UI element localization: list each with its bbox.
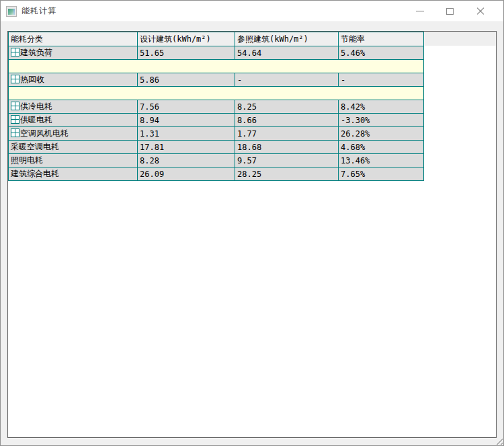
cell-reference: 9.57 [235, 154, 339, 168]
cell-saving: 5.46% [339, 46, 424, 60]
row-label-cell: 供暖电耗 [9, 114, 138, 127]
row-label: 照明电耗 [11, 155, 43, 165]
cell-design: 26.09 [138, 168, 235, 181]
cell-reference: 8.25 [235, 100, 339, 114]
table-row[interactable]: 空调风机电耗 1.31 1.77 26.28% [9, 127, 424, 141]
cell-design: 1.31 [138, 127, 235, 141]
content-panel: 能耗分类 设计建筑(kWh/m²) 参照建筑(kWh/m²) 节能率 建筑负荷 … [7, 31, 497, 438]
col-header-saving: 节能率 [339, 32, 424, 46]
cell-reference: - [235, 73, 339, 87]
row-label-cell: 采暖空调电耗 [9, 141, 138, 154]
expand-icon[interactable] [11, 102, 19, 110]
energy-table: 能耗分类 设计建筑(kWh/m²) 参照建筑(kWh/m²) 节能率 建筑负荷 … [8, 32, 424, 181]
cell-saving: -3.30% [339, 114, 424, 127]
expand-icon[interactable] [11, 48, 19, 57]
header-extension [423, 32, 496, 46]
row-label-cell: 供冷电耗 [9, 100, 138, 114]
cell-design: 5.86 [138, 73, 235, 87]
row-label-cell: 建筑负荷 [9, 46, 138, 60]
window-controls [405, 1, 495, 22]
row-label: 空调风机电耗 [20, 128, 69, 138]
cell-saving: 13.46% [339, 154, 424, 168]
close-icon [476, 7, 485, 16]
expand-icon[interactable] [11, 128, 19, 137]
col-header-reference: 参照建筑(kWh/m²) [235, 32, 339, 46]
cell-reference: 54.64 [235, 46, 339, 60]
table-row[interactable]: 建筑负荷 51.65 54.64 5.46% [9, 46, 424, 60]
cell-reference: 1.77 [235, 127, 339, 141]
header-row: 能耗分类 设计建筑(kWh/m²) 参照建筑(kWh/m²) 节能率 [9, 32, 424, 46]
cell-reference: 18.68 [235, 141, 339, 154]
cell-saving: - [339, 73, 424, 87]
expand-icon[interactable] [11, 75, 19, 83]
app-icon [6, 6, 17, 17]
close-button[interactable] [465, 1, 495, 22]
maximize-button[interactable] [435, 1, 465, 22]
table-row[interactable]: 建筑综合电耗 26.09 28.25 7.65% [9, 168, 424, 181]
row-label-cell: 热回收 [9, 73, 138, 87]
row-label-cell: 照明电耗 [9, 154, 138, 168]
cell-design: 17.81 [138, 141, 235, 154]
cell-design: 8.28 [138, 154, 235, 168]
expand-icon[interactable] [11, 115, 19, 124]
cell-reference: 8.66 [235, 114, 339, 127]
row-label-cell: 建筑综合电耗 [9, 168, 138, 181]
col-header-design: 设计建筑(kWh/m²) [138, 32, 235, 46]
row-label: 供暖电耗 [20, 115, 52, 124]
table-row[interactable]: 照明电耗 8.28 9.57 13.46% [9, 154, 424, 168]
cell-design: 8.94 [138, 114, 235, 127]
titlebar: 能耗计算 [1, 1, 503, 22]
cell-saving: 7.65% [339, 168, 424, 181]
row-label-cell: 空调风机电耗 [9, 127, 138, 141]
row-label: 采暖空调电耗 [11, 142, 59, 151]
app-icon-strip [13, 9, 15, 15]
spacer-row [9, 87, 424, 100]
window-title: 能耗计算 [22, 5, 56, 17]
table-row[interactable]: 采暖空调电耗 17.81 18.68 4.68% [9, 141, 424, 154]
table-row[interactable]: 供暖电耗 8.94 8.66 -3.30% [9, 114, 424, 127]
col-header-category: 能耗分类 [9, 32, 138, 46]
cell-saving: 4.68% [339, 141, 424, 154]
spacer-row [9, 60, 424, 73]
cell-saving: 26.28% [339, 127, 424, 141]
window: 能耗计算 能耗分类 设计建筑(kWh/m²) 参照建筑(kWh/m² [0, 0, 504, 446]
minimize-button[interactable] [405, 1, 435, 22]
app-icon-pane [8, 9, 13, 15]
cell-saving: 8.42% [339, 100, 424, 114]
table-row[interactable]: 热回收 5.86 - - [9, 73, 424, 87]
row-label: 供冷电耗 [20, 102, 52, 111]
maximize-icon [446, 8, 454, 15]
row-label: 建筑综合电耗 [11, 169, 59, 178]
table-row[interactable]: 供冷电耗 7.56 8.25 8.42% [9, 100, 424, 114]
cell-design: 51.65 [138, 46, 235, 60]
row-label: 热回收 [20, 75, 44, 84]
row-label: 建筑负荷 [20, 48, 52, 57]
cell-design: 7.56 [138, 100, 235, 114]
minimize-icon [416, 11, 424, 11]
cell-reference: 28.25 [235, 168, 339, 181]
